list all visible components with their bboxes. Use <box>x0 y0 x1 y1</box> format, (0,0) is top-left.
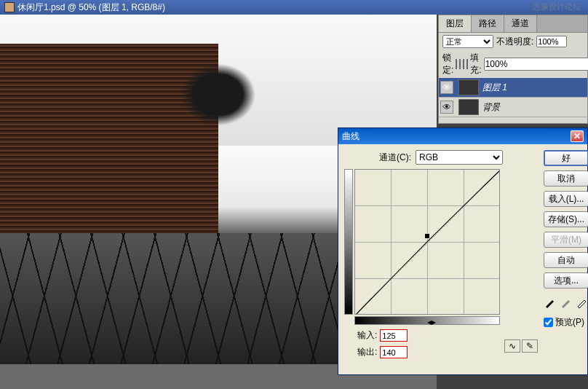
cancel-button[interactable]: 取消 <box>544 170 588 186</box>
layer-name[interactable]: 图层 1 <box>482 82 586 94</box>
document-title: 休闲厅1.psd @ 50% (图层 1, RGB/8#) <box>17 1 165 14</box>
curves-dialog: 曲线 ✕ 通道(C): RGB ◂▸ <box>338 127 588 375</box>
curves-titlebar[interactable]: 曲线 ✕ <box>338 128 587 144</box>
eyedropper-white-icon[interactable] <box>576 296 588 309</box>
lock-position-icon[interactable] <box>463 59 464 69</box>
lock-transparency-icon[interactable] <box>456 59 457 69</box>
layer-item[interactable]: 👁 背景 <box>439 98 587 117</box>
output-value-field[interactable] <box>380 346 408 358</box>
curve-mode-pencil-button[interactable]: ✎ <box>522 339 538 353</box>
document-icon <box>4 2 15 12</box>
preview-checkbox[interactable] <box>544 318 553 327</box>
eyedropper-gray-icon[interactable] <box>560 296 573 309</box>
preview-label: 预览(P) <box>555 316 584 329</box>
layer-thumbnail[interactable] <box>458 79 479 95</box>
curve-mode-point-button[interactable]: ∿ <box>504 339 520 353</box>
curves-title: 曲线 <box>342 130 359 143</box>
fill-label: 填充: <box>470 52 481 76</box>
fill-input[interactable] <box>484 58 588 71</box>
eyedropper-black-icon[interactable] <box>544 296 557 309</box>
load-button[interactable]: 载入(L)... <box>544 191 588 207</box>
visibility-icon[interactable]: 👁 <box>440 81 453 94</box>
opacity-input[interactable] <box>536 36 567 47</box>
opacity-label: 不透明度: <box>496 36 533 48</box>
blend-mode-select[interactable]: 正常 <box>442 35 493 48</box>
channel-label: 通道(C): <box>379 152 411 164</box>
curves-graph[interactable] <box>354 169 500 315</box>
channel-select[interactable]: RGB <box>416 150 503 165</box>
tab-paths[interactable]: 路径 <box>472 15 504 32</box>
channel-row: 通道(C): RGB <box>344 150 538 165</box>
curve-line <box>355 170 499 314</box>
image-content <box>175 58 262 131</box>
layers-panel: 图层 路径 通道 正常 不透明度: 锁定: 填充: 👁 图层 1 👁 背景 <box>438 15 588 124</box>
watermark-text: 思缘设计论坛 <box>533 1 581 12</box>
smooth-button: 平滑(M) <box>544 232 588 248</box>
close-button[interactable]: ✕ <box>571 130 584 142</box>
output-gradient <box>344 169 353 315</box>
pencil-icon: ✎ <box>526 341 533 351</box>
input-label: 输入: <box>357 329 377 342</box>
layers-controls-row: 正常 不透明度: <box>439 33 587 50</box>
layers-panel-tabs: 图层 路径 通道 <box>439 15 587 33</box>
eyedropper-group <box>544 296 588 309</box>
tab-channels[interactable]: 通道 <box>504 15 537 32</box>
curve-point[interactable] <box>425 234 429 238</box>
close-icon: ✕ <box>573 131 581 141</box>
layer-item[interactable]: 👁 图层 1 <box>439 78 587 98</box>
lock-paint-icon[interactable] <box>459 59 461 69</box>
preview-checkbox-row: 预览(P) <box>544 316 588 329</box>
lock-label: 锁定: <box>442 52 453 76</box>
options-button[interactable]: 选项... <box>544 272 588 288</box>
curve-point-icon: ∿ <box>509 341 516 351</box>
tab-layers[interactable]: 图层 <box>439 15 472 32</box>
layer-thumbnail[interactable] <box>458 99 479 115</box>
output-label: 输出: <box>357 346 377 358</box>
auto-button[interactable]: 自动 <box>544 252 588 268</box>
save-button[interactable]: 存储(S)... <box>544 211 588 227</box>
lock-row: 锁定: 填充: <box>439 50 587 78</box>
visibility-icon[interactable]: 👁 <box>440 101 453 114</box>
input-gradient: ◂▸ <box>354 316 500 325</box>
input-value-field[interactable] <box>380 329 408 342</box>
lock-all-icon[interactable] <box>466 59 468 69</box>
document-titlebar: 休闲厅1.psd @ 50% (图层 1, RGB/8#) <box>0 0 588 15</box>
gradient-arrows-icon[interactable]: ◂▸ <box>427 317 442 326</box>
layer-name[interactable]: 背景 <box>482 101 586 114</box>
ok-button[interactable]: 好 <box>544 150 588 166</box>
